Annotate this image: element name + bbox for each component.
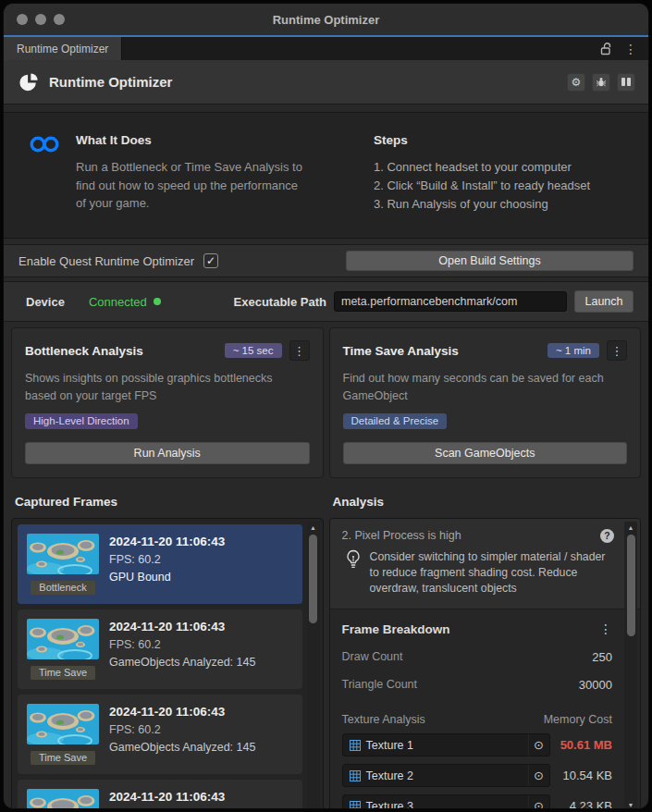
- tab-label: Runtime Optimizer: [17, 43, 108, 55]
- insight-tip-text: Consider switching to simpler material /…: [370, 549, 615, 597]
- run-analysis-button[interactable]: Run Analysis: [25, 442, 310, 464]
- scroll-up-icon[interactable]: ▲: [307, 523, 320, 533]
- frame-fps: FPS: 60.2: [109, 808, 225, 809]
- frame-thumbnail: [27, 704, 99, 744]
- runtime-optimizer-window: Runtime Optimizer Runtime Optimizer ⋮ Ru…: [3, 3, 649, 809]
- frame-item-timesave-1[interactable]: Time Save 2024-11-20 11:06:43 FPS: 60.2 …: [18, 609, 302, 689]
- stat-value: 30000: [579, 678, 612, 692]
- frame-detail: GameObjects Analyzed: 145: [109, 741, 255, 754]
- debug-button[interactable]: [592, 73, 610, 92]
- timesave-tag: Detailed & Precise: [343, 413, 448, 429]
- tab-menu-icon[interactable]: ⋮: [624, 43, 637, 55]
- captured-frames-list: Bottleneck 2024-11-20 11:06:43 FPS: 60.2…: [11, 518, 324, 809]
- kebab-icon: ⋮: [611, 344, 623, 358]
- bottleneck-description: Shows insights on possible graphics bott…: [25, 370, 287, 403]
- texture-name: Texture 1: [366, 739, 413, 752]
- frame-fps: FPS: 60.2: [109, 553, 225, 566]
- insight-heading: 2. Pixel Process is high: [342, 529, 461, 542]
- minimize-window-button[interactable]: [35, 14, 46, 25]
- analysis-scrollbar[interactable]: ▲ ▼: [624, 522, 637, 809]
- pause-icon: [621, 78, 631, 86]
- texture-grid-icon: [350, 770, 361, 781]
- zoom-window-button[interactable]: [54, 14, 65, 25]
- connected-status-dot: [154, 298, 161, 305]
- launch-button[interactable]: Launch: [574, 290, 634, 313]
- frame-fps: FPS: 60.2: [109, 638, 255, 651]
- frame-fps: FPS: 60.2: [109, 723, 255, 736]
- scan-gameobjects-button[interactable]: Scan GameObjects: [343, 442, 628, 464]
- device-status-text: Connected: [89, 295, 147, 309]
- captured-frames-column: Captured Frames Bottleneck 2024-11-20 11…: [11, 486, 324, 809]
- kebab-icon: ⋮: [293, 344, 305, 358]
- bottleneck-duration-badge: ~ 15 sec: [225, 343, 282, 358]
- tab-bar-controls: ⋮: [600, 37, 648, 60]
- texture-name: Texture 3: [366, 800, 413, 809]
- bottleneck-card-title: Bottleneck Analysis: [25, 344, 143, 358]
- meta-logo-icon: [28, 133, 61, 214]
- info-panel: What It Does Run a Bottleneck or Time Sa…: [4, 112, 648, 239]
- stat-row-draw-count: Draw Count 250: [342, 650, 613, 664]
- frame-timestamp: 2024-11-20 11:06:43: [109, 790, 225, 804]
- object-picker-icon[interactable]: ⊙: [528, 795, 549, 809]
- frame-breakdown-menu-icon[interactable]: ⋮: [599, 621, 612, 636]
- unlock-icon[interactable]: [600, 43, 612, 55]
- device-label: Device: [26, 295, 65, 309]
- insight-block: 2. Pixel Process is high ? Consider swit…: [330, 519, 641, 610]
- bottleneck-tag: High-Level Direction: [25, 413, 138, 429]
- frame-thumbnail: [27, 619, 99, 659]
- close-window-button[interactable]: [17, 14, 28, 25]
- frame-item-bottleneck[interactable]: Bottleneck 2024-11-20 11:06:43 FPS: 60.2…: [18, 524, 302, 604]
- settings-button[interactable]: ⚙: [567, 73, 585, 92]
- window-title: Runtime Optimizer: [273, 13, 380, 27]
- analysis-panel: 2. Pixel Process is high ? Consider swit…: [329, 518, 642, 809]
- texture-analysis-title: Texture Analysis: [342, 713, 425, 726]
- frame-thumbnail: [27, 534, 99, 574]
- titlebar: Runtime Optimizer: [4, 4, 648, 35]
- frame-item-timesave-2[interactable]: Time Save 2024-11-20 11:06:43 FPS: 60.2 …: [18, 695, 302, 774]
- what-it-does-body: Run a Bottleneck or Time Save Analysis t…: [76, 158, 309, 213]
- texture-row-3: Texture 3 ⊙ 4.23 KB: [342, 794, 613, 809]
- pie-chart-icon: [18, 72, 39, 92]
- object-picker-icon[interactable]: ⊙: [528, 734, 549, 756]
- open-build-settings-button[interactable]: Open Build Settings: [346, 251, 634, 271]
- bottleneck-menu-button[interactable]: ⋮: [289, 340, 310, 361]
- scroll-up-icon[interactable]: ▲: [624, 523, 637, 533]
- memory-cost-value: 50.61 MB: [560, 738, 612, 752]
- object-picker-icon[interactable]: ⊙: [528, 765, 549, 786]
- steps-title: Steps: [374, 133, 626, 147]
- scrollbar-thumb[interactable]: [309, 535, 317, 623]
- frames-scrollbar[interactable]: ▲: [307, 522, 320, 809]
- device-row: Device Connected Executable Path Launch: [4, 281, 648, 322]
- enable-optimizer-label: Enable Quest Runtime Optimizer: [18, 254, 194, 268]
- timesave-duration-badge: ~ 1 min: [547, 343, 599, 358]
- what-it-does-title: What It Does: [76, 133, 309, 147]
- executable-path-label: Executable Path: [234, 295, 326, 309]
- enable-optimizer-checkbox[interactable]: ✓: [203, 253, 218, 268]
- tab-runtime-optimizer[interactable]: Runtime Optimizer: [4, 37, 122, 60]
- bottleneck-analysis-card: Bottleneck Analysis ~ 15 sec ⋮ Shows ins…: [11, 327, 324, 477]
- analysis-cards: Bottleneck Analysis ~ 15 sec ⋮ Shows ins…: [4, 327, 648, 477]
- texture-grid-icon: [350, 801, 361, 809]
- frame-thumbnail: [27, 789, 99, 809]
- frame-item-partial[interactable]: 2024-11-20 11:06:43 FPS: 60.2: [18, 780, 302, 809]
- step-2: 2. Click “Build & Install” to ready head…: [374, 177, 626, 195]
- texture-object-field[interactable]: Texture 3 ⊙: [342, 794, 550, 809]
- traffic-lights: [17, 14, 65, 25]
- what-it-does-block: What It Does Run a Bottleneck or Time Sa…: [28, 133, 353, 214]
- step-3: 3. Run Analysis of your choosing: [374, 195, 626, 214]
- analysis-title: Analysis: [333, 495, 642, 509]
- texture-object-field[interactable]: Texture 2 ⊙: [342, 764, 550, 787]
- frame-timestamp: 2024-11-20 11:06:43: [109, 705, 255, 719]
- stat-value: 250: [592, 650, 612, 664]
- scrollbar-thumb[interactable]: [627, 535, 635, 636]
- gear-icon: ⚙: [572, 77, 582, 88]
- check-icon: ✓: [206, 255, 215, 266]
- help-icon[interactable]: ?: [600, 529, 614, 543]
- timesave-menu-button[interactable]: ⋮: [607, 340, 627, 361]
- texture-grid-icon: [350, 740, 361, 751]
- executable-path-input[interactable]: [334, 291, 567, 312]
- texture-object-field[interactable]: Texture 1 ⊙: [342, 733, 550, 757]
- scroll-down-icon[interactable]: ▼: [624, 801, 637, 809]
- pause-button[interactable]: [617, 73, 635, 92]
- frame-tag-badge: Bottleneck: [31, 581, 94, 595]
